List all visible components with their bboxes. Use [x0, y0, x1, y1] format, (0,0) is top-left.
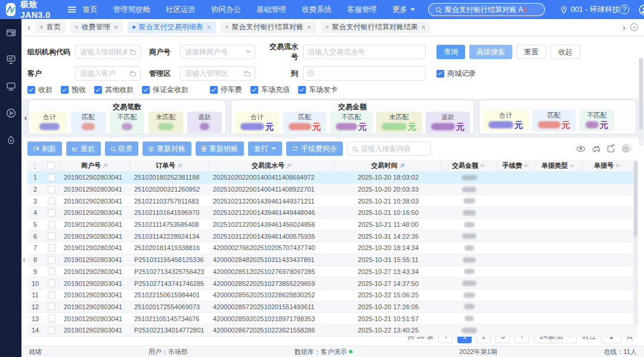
filter-checkbox[interactable]: 收款 — [27, 85, 52, 95]
row-checkbox[interactable] — [48, 315, 55, 322]
filter-checkbox[interactable]: 预收 — [61, 85, 86, 95]
page-scrollbar[interactable] — [639, 57, 643, 146]
table-scrollbar[interactable] — [633, 160, 638, 325]
tab-item[interactable]: 聚合支付银行结算对账× — [221, 21, 316, 33]
table-row[interactable]: 1220190129028030412510201725540690734200… — [27, 301, 638, 313]
table-row[interactable]: 2201901290280304125102020032126095220251… — [27, 184, 638, 196]
row-checkbox[interactable] — [48, 327, 55, 334]
row-checkbox[interactable] — [48, 279, 55, 287]
row-checkbox[interactable] — [48, 256, 55, 264]
folder-icon[interactable] — [130, 51, 136, 55]
checkbox-checked-icon[interactable] — [61, 86, 69, 94]
checkbox-checked-icon[interactable] — [27, 86, 35, 94]
date-to-input[interactable] — [303, 66, 426, 81]
chevron-down-icon[interactable] — [246, 51, 250, 56]
row-checkbox[interactable] — [48, 186, 55, 193]
table-row[interactable]: 1120190129028030412510221506159844014200… — [27, 290, 638, 301]
search-button[interactable]: 查询 — [436, 45, 465, 59]
water-drop-icon[interactable] — [6, 135, 16, 145]
user-menu[interactable] — [639, 4, 644, 16]
mall-record-checkbox[interactable]: 商城记录 — [436, 69, 476, 79]
view-icon[interactable] — [577, 146, 585, 152]
txn-no-input[interactable] — [303, 45, 426, 59]
table-search[interactable] — [347, 141, 431, 156]
filter-checkbox[interactable]: 车场发卡 — [298, 85, 338, 95]
topnav-item[interactable]: 客服管理 — [347, 5, 377, 15]
table-row[interactable]: 5201901290280304125102111475358540820251… — [27, 219, 638, 231]
row-checkbox[interactable] — [48, 174, 55, 181]
column-header[interactable]: 交易时间 — [335, 160, 441, 171]
filter-checkbox[interactable]: 车场充值 — [250, 85, 290, 95]
monitor-icon[interactable] — [6, 81, 16, 91]
advanced-search-button[interactable]: 高级搜索 — [469, 45, 512, 59]
column-header[interactable]: 订单号 — [130, 160, 209, 171]
topnav-item[interactable]: 管理驾驶舱 — [113, 5, 150, 15]
checkbox-checked-icon[interactable] — [94, 86, 102, 94]
presentation-icon[interactable] — [6, 54, 16, 64]
archive-icon[interactable] — [6, 27, 16, 38]
table-row[interactable]: 6201901290280304125103114222892413420251… — [27, 230, 638, 242]
print-icon[interactable] — [593, 147, 600, 152]
tab-close-icon[interactable]: × — [207, 23, 211, 32]
tab-close-icon[interactable]: × — [307, 23, 311, 32]
topnav-item[interactable]: 社区运营 — [166, 5, 196, 15]
table-row[interactable]: 4201901290280304125102110164159697020251… — [27, 207, 638, 219]
app-logo-icon[interactable] — [6, 3, 16, 16]
toolbar-button[interactable]: 重新销账 — [196, 141, 244, 156]
customer-input[interactable] — [75, 66, 141, 81]
play-circle-icon[interactable] — [6, 108, 16, 118]
filter-checkbox[interactable]: 停车费 — [210, 85, 242, 95]
tab-item[interactable]: 聚合支付银行结算对账结果× — [321, 21, 431, 33]
global-search[interactable]: 聚合支付银行结算对账 A — [428, 3, 545, 16]
tab-item[interactable]: 首页 — [35, 21, 66, 33]
checkbox-checked-icon[interactable] — [436, 70, 444, 78]
column-header[interactable]: 单据号 — [582, 160, 633, 171]
toolbar-button[interactable]: 联查 — [105, 141, 138, 156]
table-row[interactable]: 3201901290280304125102110375791168320251… — [27, 195, 638, 207]
close-all-tabs-icon[interactable]: × — [630, 23, 638, 31]
toolbar-button[interactable]: 手续费同步 — [286, 141, 343, 156]
checkbox-checked-icon[interactable] — [210, 86, 218, 94]
topnav-item[interactable]: 协同办公 — [211, 5, 241, 15]
toolbar-button[interactable]: 刷新 — [27, 141, 62, 156]
tab-close-icon[interactable]: × — [422, 23, 426, 32]
topnav-more[interactable]: 更多 — [392, 5, 415, 15]
settings-icon[interactable] — [623, 146, 628, 152]
row-checkbox[interactable] — [48, 303, 55, 310]
table-row[interactable]: 142019012902803041P251022134014772801420… — [27, 325, 638, 337]
column-header[interactable]: 手续费 — [497, 160, 535, 171]
merchant-select[interactable] — [180, 45, 255, 59]
row-checkbox[interactable] — [48, 267, 55, 275]
help-icon[interactable]: ? — [620, 5, 629, 14]
table-row[interactable]: 102019012902803041P251027143741746285420… — [27, 278, 638, 290]
location-selector[interactable]: 001 - 环球科技 — [561, 5, 620, 15]
row-checkbox[interactable] — [48, 221, 55, 229]
checkbox-checked-icon[interactable] — [250, 86, 258, 94]
filter-checkbox[interactable]: 保证金收款 — [142, 85, 188, 95]
filter-checkbox[interactable]: 其他收款 — [94, 85, 134, 95]
row-checkbox[interactable] — [48, 197, 55, 205]
column-header[interactable]: 商户号 — [60, 160, 130, 171]
row-checkbox[interactable] — [48, 232, 55, 240]
tabs-scroll-left-icon[interactable]: ‹ — [27, 23, 30, 32]
table-row[interactable]: 7201901290280304125102018141933881642000… — [27, 242, 638, 254]
column-header[interactable]: 交易流水号 — [209, 160, 335, 171]
column-header[interactable]: 单据类型 — [535, 160, 582, 171]
table-row[interactable]: 82019012902803041P2510311554581253364200… — [27, 254, 638, 266]
toolbar-button[interactable]: 退款 — [66, 141, 101, 156]
area-input[interactable] — [180, 66, 255, 81]
folder-icon[interactable] — [130, 72, 136, 76]
row-checkbox[interactable] — [48, 244, 55, 252]
toolbar-button[interactable]: 重新对账 — [143, 141, 191, 156]
column-header[interactable]: 交易金额 — [441, 160, 497, 171]
org-code-input[interactable] — [75, 45, 141, 59]
checkbox-checked-icon[interactable] — [298, 86, 306, 94]
header-checkbox[interactable] — [47, 162, 55, 170]
export-icon[interactable] — [608, 146, 614, 152]
table-row[interactable]: 92019012902803041P2510271343257564234200… — [27, 266, 638, 278]
tab-close-icon[interactable]: × — [114, 23, 118, 32]
row-menu-icon[interactable]: ⋮ — [27, 160, 43, 171]
topnav-item[interactable]: 基础管理 — [256, 5, 286, 15]
toolbar-button[interactable]: 套打 — [248, 141, 282, 156]
checkbox-checked-icon[interactable] — [142, 86, 150, 94]
